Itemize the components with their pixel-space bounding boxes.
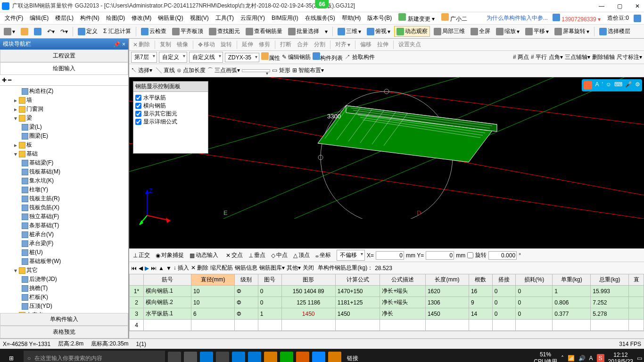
tray-volume-icon[interactable]: 🔊 [578, 355, 586, 362]
menu-modify[interactable]: 修改(M) [130, 13, 153, 23]
threed-button[interactable]: 三维▾ [336, 26, 363, 36]
undo-button[interactable]: ↶▾ [45, 27, 57, 36]
attr-button[interactable]: 属性 [261, 52, 280, 62]
addlen-button[interactable]: ⊙ 点加长度 [177, 66, 206, 74]
app-icon-5[interactable] [296, 352, 309, 362]
merge-button[interactable]: 合并 [295, 40, 310, 49]
grip-button[interactable]: 设置夹点 [396, 40, 423, 49]
line-button[interactable]: ╲ 直线 [156, 66, 174, 74]
badge-66[interactable]: 66 [315, 0, 329, 8]
ime-comma-icon[interactable]: ' [602, 81, 603, 90]
nav-next[interactable]: ▶ [145, 265, 149, 272]
current-app-icon[interactable] [312, 352, 325, 362]
nav-last[interactable]: ⏭ [151, 265, 157, 272]
break-button[interactable]: 打断 [278, 40, 293, 49]
mid-button[interactable]: ◇ 中点 [269, 250, 289, 260]
vert-button[interactable]: △ 顶点 [291, 250, 312, 260]
tab-single-input[interactable]: 单构件输入 [0, 313, 128, 326]
scale-button[interactable]: 缩尺配筋 [210, 264, 233, 272]
tree-node[interactable]: 柱墩(Y) [2, 185, 126, 194]
offset-select[interactable]: 不偏移 [337, 250, 365, 261]
ortho-button[interactable]: ⊥ 正交 [131, 250, 152, 260]
perp-button[interactable]: ⊥ 垂点 [247, 250, 267, 260]
mirror-button[interactable]: 镜像 [175, 40, 190, 49]
menu-view[interactable]: 视图(V) [188, 13, 211, 23]
ime-smile-icon[interactable]: ☺ [606, 81, 611, 90]
tree-node[interactable]: 条形基础(T) [2, 221, 126, 230]
clock[interactable]: 12:122018/5/23 [608, 352, 633, 362]
complist-button[interactable]: 构件列表 [313, 52, 343, 62]
tray-wifi-icon[interactable]: 📶 [568, 355, 575, 362]
nav-down[interactable]: ▼ [166, 265, 172, 272]
tree-node[interactable]: 独立基础(F) [2, 212, 126, 221]
selectfloor-button[interactable]: 选择楼层 [597, 26, 632, 36]
tab-table-preview[interactable]: 表格预览 [0, 326, 128, 338]
tree-node[interactable]: 构造柱(Z) [2, 87, 126, 96]
new-change-button[interactable]: 新建变更 ▾ [396, 12, 437, 24]
tree-node[interactable]: 集水坑(K) [2, 176, 126, 185]
delete-button[interactable]: ✕ 删除 [131, 40, 152, 49]
split-button[interactable]: 分割 [312, 40, 327, 49]
start-button[interactable]: ⊞ [2, 349, 21, 362]
tree-node[interactable]: ▸ 墙 [2, 96, 126, 105]
table-row[interactable]: 1*横向钢筋.110Φ0150 1404 891470+150净长+端头1620… [130, 286, 644, 297]
tree-expand-controls[interactable]: ✚ ━ [0, 75, 128, 86]
select-button[interactable]: ↖ 选择▾ [131, 66, 152, 74]
draw-mode-select[interactable] [242, 69, 270, 72]
credit-label[interactable]: 造价豆:0 [605, 13, 631, 23]
close-button[interactable]: ✕ [633, 3, 642, 9]
delaux-button[interactable]: 删除辅轴 [592, 53, 615, 61]
menu-component[interactable]: 构件(N) [78, 13, 101, 23]
smart-button[interactable]: ⊞ 智能布置▾ [292, 66, 324, 74]
tab-project-settings[interactable]: 工程设置 [0, 49, 128, 62]
table-row[interactable]: 3水平纵筋.16Φ114501450净长145014000.3775.278 [130, 308, 644, 320]
offset-button[interactable]: 偏移 [358, 40, 373, 49]
osnap-button[interactable]: ◉ 对象捕捉 [154, 250, 186, 260]
tree-node[interactable]: 桩承台(V) [2, 230, 126, 239]
new-button[interactable]: ▾ [2, 27, 17, 36]
rect-button[interactable]: ▭ 矩形 [272, 66, 290, 74]
menu-version[interactable]: 版本号(B) [365, 13, 394, 23]
move-button[interactable]: ✥ 移动 [196, 40, 217, 49]
app-icon-1[interactable] [184, 352, 197, 362]
pan-button[interactable]: 平移▾ [523, 26, 551, 36]
rotate-input[interactable] [488, 251, 517, 260]
other-button[interactable]: 其他▾ [287, 264, 301, 272]
nav-first[interactable]: ⏮ [131, 265, 137, 272]
user-button[interactable]: 广小二 [439, 12, 469, 24]
tree-node[interactable]: 筏板主筋(R) [2, 194, 126, 203]
floor-select[interactable]: 第7层 [131, 52, 157, 63]
chk-horiz-longitudinal[interactable]: 水平纵筋 [135, 94, 206, 102]
app-icon-6[interactable] [328, 352, 341, 362]
tree-node[interactable]: ▾ 基础 [2, 149, 126, 158]
viewrebar-button[interactable]: 查看钢筋量 [244, 26, 284, 36]
zoom-button[interactable]: 缩放▾ [494, 26, 521, 36]
tree-node[interactable]: 压顶(YD) [2, 302, 126, 311]
rebarinfo-button[interactable]: 钢筋信息 [235, 264, 257, 272]
rotate-button[interactable]: 屏幕旋转▾ [553, 26, 591, 36]
pick-button[interactable]: ↗ 拾取构件 [345, 53, 374, 61]
taskview-icon[interactable] [168, 352, 181, 362]
menu-tool[interactable]: 工具(T) [214, 13, 236, 23]
cpu-meter[interactable]: 51%CPU使用 [534, 351, 557, 362]
sit-button[interactable]: ⏛ 坐标 [314, 250, 333, 260]
tree-node[interactable]: ▸ 门窗洞 [2, 105, 126, 114]
edge-icon[interactable] [232, 352, 245, 362]
tree-node[interactable]: ▾ 其它 [2, 266, 126, 275]
tree-node[interactable]: 筏板负筋(X) [2, 203, 126, 212]
menu-floor[interactable]: 楼层(L) [53, 13, 75, 23]
menu-file[interactable]: 文件(F) [3, 13, 25, 23]
horizontal-scrollbar[interactable] [129, 331, 644, 338]
minimize-button[interactable]: ― [597, 3, 606, 9]
app-icon-4[interactable] [280, 352, 293, 362]
align-button[interactable]: 对齐▾ [333, 40, 352, 49]
tree-node[interactable]: 栏板(K) [2, 293, 126, 302]
app-icon-2[interactable] [200, 352, 213, 362]
ime-mic-icon[interactable]: 🎤 [625, 81, 632, 90]
menu-online[interactable]: 在线服务(S) [303, 13, 337, 23]
dynamic-view-button[interactable]: 动态观察 [394, 26, 430, 37]
search-box[interactable]: ○ 在这里输入你要搜索的内容 [24, 351, 165, 362]
explorer-icon[interactable] [264, 352, 277, 362]
phone-number[interactable]: 13907298339 ▾ [551, 13, 603, 24]
parallel-button[interactable]: # 平行 [531, 53, 547, 61]
